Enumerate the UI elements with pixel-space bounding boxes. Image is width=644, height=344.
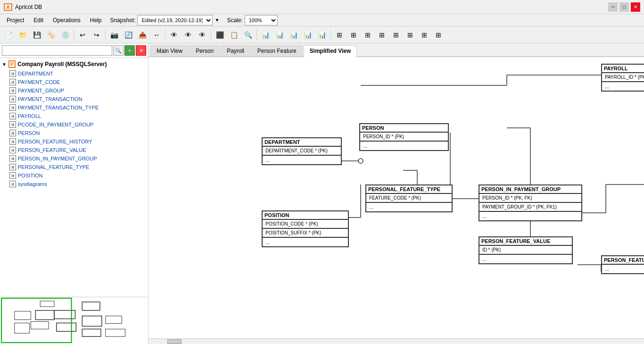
table-person-feature-history[interactable]: PERSON_FEATURE_HISTORY ... (601, 255, 644, 274)
tb-disk[interactable]: 💿 (58, 28, 72, 42)
tb-chart3[interactable]: 📊 (287, 28, 300, 42)
sidebar-item-payment-transaction-type[interactable]: ⊞ PAYMENT_TRANSACTION_TYPE (0, 103, 148, 112)
table-icon: ⊞ (9, 96, 16, 102)
snapshot-dropdown-arrow[interactable]: ▼ (215, 17, 219, 23)
table-person-in-payment-group[interactable]: PERSON_IN_PAYMENT_GROUP PERSON_ID * (PK,… (479, 185, 582, 221)
snapshot-dropdown[interactable]: Edited (v2.19, 2020-12-19) (137, 15, 213, 25)
snapshot-area: Snapshot: Edited (v2.19, 2020-12-19) ▼ (110, 15, 219, 25)
table-person-feature-history-dots: ... (602, 265, 644, 273)
sidebar-item-sysdiagrams[interactable]: ⊞ sysdiagrams (0, 180, 148, 188)
tb-grid8[interactable]: ⊞ (432, 28, 445, 42)
tb-grid7[interactable]: ⊞ (418, 28, 431, 42)
tree-root[interactable]: ▼ P Company Payroll (MSSQLServer) (0, 59, 148, 69)
tb-clipboard[interactable]: 📋 (227, 28, 240, 42)
diagram-area[interactable]: PAYROLL PAYROLL_ID * (PK) ... PERSON PER… (149, 57, 644, 344)
sidebar-item-payment-code[interactable]: ⊞ PAYMENT_CODE (0, 78, 148, 86)
sidebar-item-person-in-payment-group[interactable]: ⊞ PERSON_IN_PAYMENT_GROUP (0, 154, 148, 163)
sidebar-item-department[interactable]: ⊞ DEPARTMENT (0, 69, 148, 78)
search-input[interactable] (2, 45, 112, 56)
svg-rect-7 (82, 302, 100, 310)
tab-payroll[interactable]: Payroll (221, 45, 250, 56)
tb-grid3[interactable]: ⊞ (361, 28, 374, 42)
tb-open[interactable]: 📁 (16, 28, 29, 42)
titlebar-title: A Apricot DB (4, 3, 42, 11)
svg-rect-10 (106, 329, 125, 336)
tb-new[interactable]: 📄 (2, 28, 15, 42)
table-department[interactable]: DEPARTMENT DEPARTMENT_CODE * (PK) ... (262, 137, 342, 165)
table-icon: ⊞ (9, 87, 16, 94)
tb-grid1[interactable]: ⊞ (333, 28, 346, 42)
table-position[interactable]: POSITION POSITION_CODE * (PK) POSITION_S… (262, 210, 349, 247)
tb-grid5[interactable]: ⊞ (389, 28, 403, 42)
tab-person-feature[interactable]: Person Feature (251, 45, 303, 56)
tab-main-view[interactable]: Main View (150, 45, 189, 56)
search-go-button[interactable]: 🔍 (113, 45, 124, 56)
close-button[interactable]: ✕ (631, 2, 640, 12)
table-personal-feature-type-dots: ... (366, 203, 452, 211)
tabs: Main View Person Payroll Person Feature … (149, 43, 644, 57)
tb-select[interactable]: ⬛ (213, 28, 226, 42)
table-icon: ⊞ (9, 138, 16, 145)
tb-refresh[interactable]: 🔄 (122, 28, 135, 42)
table-person-feature-value[interactable]: PERSON_FEATURE_VALUE ID * (PK) ... (479, 236, 573, 264)
tb-save[interactable]: 💾 (30, 28, 43, 42)
menu-project[interactable]: Project (2, 14, 29, 26)
menu-help[interactable]: Help (85, 14, 107, 26)
horizontal-scrollbar[interactable] (149, 338, 644, 344)
sidebar-item-person[interactable]: ⊞ PERSON (0, 129, 148, 137)
tb-eye3[interactable]: 👁 (196, 28, 209, 42)
scale-dropdown[interactable]: 100% (245, 15, 278, 25)
table-icon: ⊞ (9, 121, 16, 128)
tb-snapshot[interactable]: 📷 (107, 28, 121, 42)
sidebar-item-person-feature-value[interactable]: ⊞ PERSON_FEATURE_VALUE (0, 146, 148, 154)
titlebar: A Apricot DB ─ □ ✕ (0, 0, 644, 14)
scrollbar-thumb[interactable] (167, 339, 182, 344)
tb-undo[interactable]: ↩ (76, 28, 89, 42)
sidebar-item-payroll[interactable]: ⊞ PAYROLL (0, 112, 148, 120)
tb-eye2[interactable]: 👁 (182, 28, 195, 42)
sidebar-item-payment-group[interactable]: ⊞ PAYMENT_GROUP (0, 86, 148, 95)
tb-export[interactable]: 📤 (136, 28, 149, 42)
tb-chart2[interactable]: 📊 (273, 28, 286, 42)
table-department-header: DEPARTMENT (263, 138, 341, 147)
scale-area: Scale: 100% (227, 15, 277, 25)
table-payroll[interactable]: PAYROLL PAYROLL_ID * (PK) ... (601, 64, 644, 92)
titlebar-controls[interactable]: ─ □ ✕ (608, 2, 640, 12)
maximize-button[interactable]: □ (619, 2, 629, 12)
tb-chart1[interactable]: 📊 (259, 28, 272, 42)
table-personal-feature-type[interactable]: PERSONAL_FEATURE_TYPE FEATURE_CODE * (PK… (365, 185, 453, 212)
tb-eye1[interactable]: 👁 (167, 28, 181, 42)
tb-search[interactable]: 🔍 (241, 28, 255, 42)
table-position-header: POSITION (263, 211, 348, 220)
table-person[interactable]: PERSON PERSON_ID * (PK) ... (359, 123, 449, 151)
table-personal-feature-type-header: PERSONAL_FEATURE_TYPE (366, 185, 452, 194)
table-payroll-header: PAYROLL (602, 65, 644, 73)
sidebar-item-personal-feature-type[interactable]: ⊞ PERSONAL_FEATURE_TYPE (0, 163, 148, 171)
svg-rect-2 (35, 310, 54, 320)
search-clear-button[interactable]: ✕ (136, 45, 146, 56)
search-add-button[interactable]: + (124, 45, 135, 56)
table-icon: ⊞ (9, 164, 16, 170)
table-icon: ⊞ (9, 130, 16, 136)
tb-grid2[interactable]: ⊞ (347, 28, 360, 42)
sidebar-item-person-feature-history[interactable]: ⊞ PERSON_FEATURE_HISTORY (0, 137, 148, 146)
menu-edit[interactable]: Edit (29, 14, 48, 26)
menu-operations[interactable]: Operations (48, 14, 85, 26)
toolbar: 📄 📁 💾 🏷️ 💿 ↩ ↪ 📷 🔄 📤 ↔ 👁 👁 👁 ⬛ 📋 🔍 📊 📊 📊… (0, 26, 644, 43)
tb-chart5[interactable]: 📊 (315, 28, 329, 42)
sidebar-item-pcode-in-payment-group[interactable]: ⊞ PCODE_IN_PAYMENT_GROUP (0, 120, 148, 129)
tb-sync[interactable]: ↔ (150, 28, 163, 42)
tb-tag[interactable]: 🏷️ (44, 28, 58, 42)
tb-grid4[interactable]: ⊞ (375, 28, 388, 42)
svg-rect-9 (82, 329, 101, 336)
tab-simplified-view[interactable]: Simplified View (304, 45, 357, 57)
tab-person[interactable]: Person (190, 45, 220, 56)
sidebar-item-position[interactable]: ⊞ POSITION (0, 171, 148, 180)
tb-chart4[interactable]: 📊 (301, 28, 314, 42)
sidebar-item-payment-transaction[interactable]: ⊞ PAYMENT_TRANSACTION (0, 95, 148, 103)
minimize-button[interactable]: ─ (608, 2, 618, 12)
table-person-feature-history-header: PERSON_FEATURE_HISTORY (602, 256, 644, 265)
tb-redo[interactable]: ↪ (90, 28, 103, 42)
tb-grid6[interactable]: ⊞ (404, 28, 417, 42)
svg-point-33 (358, 159, 363, 163)
